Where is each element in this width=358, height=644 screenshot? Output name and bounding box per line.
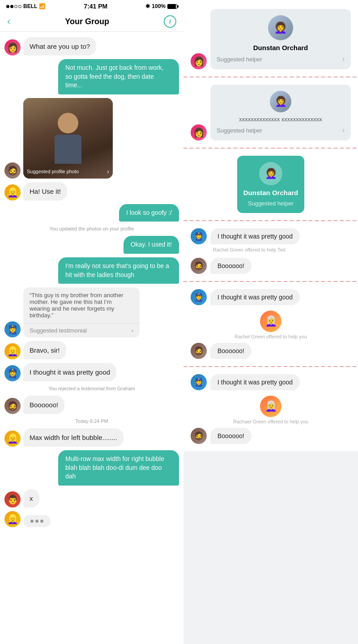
list-item: 🧔 Boooooo!	[191, 256, 351, 276]
system-message: Rachel Green offered to help Ted	[191, 246, 351, 254]
message-text: What are you up to?	[30, 43, 90, 50]
person-head	[58, 113, 78, 133]
helper-card-2[interactable]: 👩‍🦱 xxxxxxxxxxxxxx xxxxxxxxxxxxxx Sugges…	[210, 85, 351, 141]
message-text: I'm really not sure that's going to be a…	[65, 262, 169, 278]
rachael-offer: 👩‍🦳 Rachael Green offered to help you	[191, 392, 351, 426]
avatar: 👨	[4, 491, 21, 508]
left-panel: BELL 📶 7:41 PM ✱ 100% ‹ Your Group i 👩 W…	[0, 0, 183, 644]
battery-fill	[168, 4, 176, 9]
system-message: You rejected a testimonial from Graham	[4, 385, 179, 392]
message-text: I thought it was pretty good	[217, 379, 293, 386]
message-bubble: Multi-row max width for right bubble bla…	[58, 450, 179, 486]
message-text: Ha! Use it!	[30, 188, 61, 195]
chevron-right-icon: ›	[342, 55, 345, 63]
message-bubble: I thought it was pretty good	[210, 289, 300, 305]
list-item: 🧔 Boooooo!	[191, 341, 351, 361]
helper-sub-label-2: Suggested helper	[217, 127, 342, 134]
avatar-icon: 👱‍♀️	[7, 343, 18, 359]
right-section-3: 👩‍🦱 Dunstan Orchard Suggested helper	[183, 149, 358, 220]
avatar: 🧔	[191, 343, 207, 359]
table-row: 🧔 Boooooo!	[4, 396, 179, 414]
rachel-offer: 👩‍🦳 Rachel Green offered to help you	[191, 307, 351, 341]
list-item: 🧔 Boooooo!	[191, 426, 351, 446]
avatar: 🧔	[191, 428, 207, 444]
system-text: Rachel Green offered to help Ted	[213, 247, 286, 252]
helper-sub-label: Suggested helper	[217, 56, 342, 63]
nav-bar: ‹ Your Group i	[0, 12, 183, 32]
message-text: Boooooo!	[217, 347, 244, 354]
helper-card[interactable]: 👩‍🦱 Dunstan Orchard Suggested helper ›	[210, 9, 351, 69]
typing-dot-2	[35, 520, 38, 523]
signal-dots	[6, 5, 21, 8]
message-bubble: Bravo, sir!	[23, 341, 66, 359]
info-button[interactable]: i	[164, 15, 176, 28]
system-text: Today 6:24 PM	[75, 418, 108, 424]
avatar: 👱‍♀️	[4, 431, 21, 447]
chevron-right-icon: ›	[107, 168, 109, 175]
message-text: Okay. I used it!	[131, 241, 172, 248]
avatar: 👮	[191, 374, 207, 390]
message-bubble: Boooooo!	[210, 343, 251, 359]
message-bubble: Boooooo!	[23, 396, 64, 414]
photo-label-text: Suggested profile photo	[27, 169, 79, 174]
table-row: 👮 “This guy is my brother from another m…	[4, 287, 179, 337]
message-bubble: Max width for left bubble........	[23, 428, 124, 447]
table-row: 👱‍♀️ Ha! Use it!	[4, 182, 179, 200]
right-section-6: 👮 I thought it was pretty good 👩‍🦳 Racha…	[183, 367, 358, 451]
photo-image: Suggested profile photo ›	[23, 98, 113, 179]
list-item: 👮 I thought it was pretty good	[191, 372, 351, 392]
message-bubble: What are you up to?	[23, 37, 96, 55]
testimonial-card[interactable]: “This guy is my brother from another mot…	[23, 287, 140, 337]
message-text: I look so goofy :/	[126, 209, 172, 216]
avatar: 🧔	[4, 162, 21, 179]
message-text: Max width for left bubble........	[30, 434, 117, 441]
message-bubble: Not much. Just got back from work, so go…	[58, 59, 179, 94]
photo-label-row: Suggested profile photo ›	[27, 168, 109, 175]
testimonial-text: “This guy is my brother from another mot…	[23, 287, 140, 323]
avatar-icon: 👩	[193, 124, 205, 141]
avatar-icon: 👩	[193, 53, 205, 69]
table-row: Multi-row max width for right bubble bla…	[4, 450, 179, 486]
table-row: 👱‍♀️ Max width for left bubble........	[4, 428, 179, 447]
right-section-2: 👩 👩‍🦱 xxxxxxxxxxxxxx xxxxxxxxxxxxxx Sugg…	[183, 77, 358, 148]
helper-avatar: 👩‍🦱	[268, 15, 293, 40]
avatar-icon: 👨	[7, 491, 18, 508]
avatar: 👩	[4, 39, 21, 55]
testimonial-footer: Suggested testimonial ›	[23, 323, 140, 337]
rachael-avatar: 👩‍🦳	[260, 396, 281, 417]
table-row: Okay. I used it!	[4, 236, 179, 254]
avatar-icon: 🧔	[7, 162, 18, 179]
typing-dot-3	[40, 520, 43, 523]
status-bar: BELL 📶 7:41 PM ✱ 100%	[0, 0, 183, 12]
message-text: Not much. Just got back from work, so go…	[65, 64, 163, 89]
status-left: BELL 📶	[6, 3, 46, 9]
system-message: You updated the photos on your profile	[4, 225, 179, 232]
back-button[interactable]: ‹	[7, 16, 10, 27]
helper-avatar-teal: 👩‍🦱	[259, 162, 282, 185]
wifi-icon: 📶	[39, 3, 46, 9]
table-row: 🧔 Suggested profile photo ›	[4, 98, 179, 179]
right-section-5: 👮 I thought it was pretty good 👩‍🦳 Rache…	[183, 282, 358, 366]
rachel-offer-text: Rachel Green offered to help you	[234, 334, 307, 339]
list-item: 👮 I thought it was pretty good	[191, 287, 351, 307]
photo-bubble[interactable]: Suggested profile photo ›	[23, 98, 113, 179]
avatar: 🧔	[4, 398, 21, 414]
message-bubble: Okay. I used it!	[124, 236, 179, 254]
avatar: 👮	[4, 365, 21, 381]
person-figure	[55, 113, 81, 164]
helper-card-teal[interactable]: 👩‍🦱 Dunstan Orchard Suggested helper	[237, 156, 305, 213]
avatar-icon: 👮	[7, 321, 18, 337]
message-bubble: I look so goofy :/	[119, 204, 179, 222]
helper-text-2: xxxxxxxxxxxxxx xxxxxxxxxxxxxx	[239, 116, 322, 123]
table-row: I'm really not sure that's going to be a…	[4, 257, 179, 284]
message-text: Multi-row max width for right bubble bla…	[65, 455, 164, 480]
helper-name: Dunstan Orchard	[253, 44, 308, 51]
typing-dot-1	[30, 520, 34, 523]
avatar: 👱‍♀️	[4, 184, 21, 200]
helper-footer-2: Suggested helper ›	[217, 126, 345, 134]
signal-dot-3	[14, 5, 17, 8]
message-bubble: I thought it was pretty good	[210, 374, 300, 390]
avatar: 👮	[191, 289, 207, 305]
system-text: You updated the photos on your profile	[50, 226, 134, 231]
message-text: I thought it was pretty good	[30, 368, 110, 376]
